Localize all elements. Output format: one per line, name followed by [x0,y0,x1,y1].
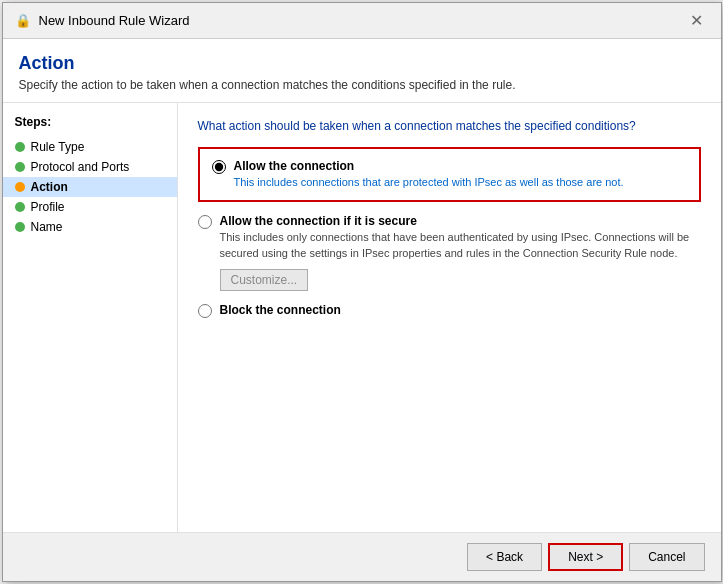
step-label-name: Name [31,220,63,234]
sidebar-item-action[interactable]: Action [3,177,177,197]
header-section: Action Specify the action to be taken wh… [3,39,721,103]
back-button[interactable]: < Back [467,543,542,571]
title-bar: 🔒 New Inbound Rule Wizard ✕ [3,3,721,39]
option-allow-secure-container: Allow the connection if it is secure Thi… [198,214,701,291]
title-text: New Inbound Rule Wizard [39,13,190,28]
option-allow-row: Allow the connection This includes conne… [212,159,687,190]
step-dot-rule-type [15,142,25,152]
customize-button[interactable]: Customize... [220,269,309,291]
page-description: Specify the action to be taken when a co… [19,78,705,92]
footer: < Back Next > Cancel [3,532,721,581]
sidebar-item-protocol-ports[interactable]: Protocol and Ports [3,157,177,177]
option-allow-desc: This includes connections that are prote… [234,175,624,190]
content-area: Steps: Rule Type Protocol and Ports Acti… [3,103,721,532]
step-label-profile: Profile [31,200,65,214]
sidebar-item-rule-type[interactable]: Rule Type [3,137,177,157]
sidebar-item-name[interactable]: Name [3,217,177,237]
option-block-row: Block the connection [198,303,701,319]
radio-allow-secure[interactable] [198,215,212,229]
close-button[interactable]: ✕ [685,9,709,33]
option-allow-box: Allow the connection This includes conne… [198,147,701,202]
dialog-window: 🔒 New Inbound Rule Wizard ✕ Action Speci… [2,2,722,582]
step-label-action: Action [31,180,68,194]
option-block-container: Block the connection [198,303,701,319]
step-dot-action [15,182,25,192]
next-button[interactable]: Next > [548,543,623,571]
step-dot-profile [15,202,25,212]
wizard-icon: 🔒 [15,13,31,29]
step-dot-protocol-ports [15,162,25,172]
option-allow-secure-desc: This includes only connections that have… [220,230,701,261]
page-title: Action [19,53,705,74]
radio-allow[interactable] [212,160,226,174]
question-text: What action should be taken when a conne… [198,119,701,133]
sidebar-item-profile[interactable]: Profile [3,197,177,217]
option-allow-secure-row: Allow the connection if it is secure Thi… [198,214,701,291]
option-allow-secure-label: Allow the connection if it is secure [220,214,701,228]
sidebar: Steps: Rule Type Protocol and Ports Acti… [3,103,178,532]
main-content: What action should be taken when a conne… [178,103,721,532]
step-label-protocol-ports: Protocol and Ports [31,160,130,174]
option-block-content: Block the connection [220,303,341,319]
cancel-button[interactable]: Cancel [629,543,704,571]
option-block-label: Block the connection [220,303,341,317]
radio-block[interactable] [198,304,212,318]
step-label-rule-type: Rule Type [31,140,85,154]
option-allow-content: Allow the connection This includes conne… [234,159,624,190]
option-allow-secure-content: Allow the connection if it is secure Thi… [220,214,701,291]
step-dot-name [15,222,25,232]
option-allow-label: Allow the connection [234,159,624,173]
steps-label: Steps: [3,115,177,137]
title-bar-left: 🔒 New Inbound Rule Wizard [15,13,190,29]
